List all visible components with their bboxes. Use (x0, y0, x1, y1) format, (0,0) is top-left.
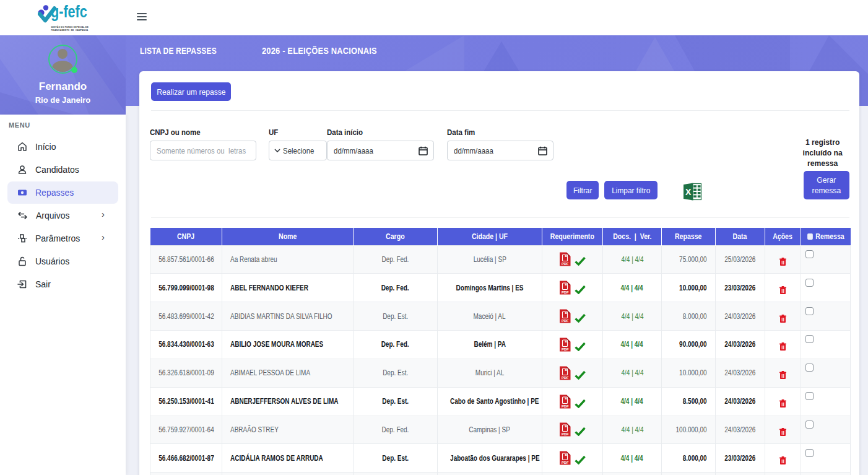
svg-text:PDF: PDF (562, 319, 569, 323)
svg-text:PDF: PDF (562, 262, 569, 266)
svg-text:PDF: PDF (562, 376, 569, 380)
svg-text:PDF: PDF (562, 290, 569, 294)
svg-text:PDF: PDF (562, 432, 569, 436)
svg-text:PDF: PDF (562, 461, 569, 464)
svg-text:PDF: PDF (562, 404, 569, 407)
svg-text:PDF: PDF (562, 347, 569, 351)
svg-text:X: X (685, 187, 692, 197)
